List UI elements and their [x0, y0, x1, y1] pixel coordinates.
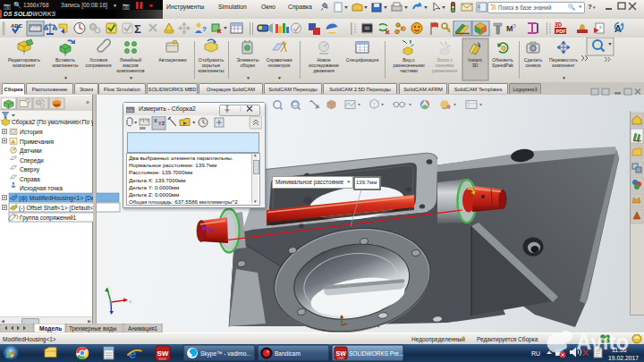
svg-text:YZ: YZ — [158, 121, 165, 126]
svg-text:Сверху: Сверху — [20, 166, 40, 173]
svg-text:Сборка2 (По умолчанию<По у: Сборка2 (По умолчанию<По у — [12, 119, 95, 126]
svg-text:X: X — [154, 118, 157, 123]
svg-text:SW: SW — [336, 350, 347, 357]
svg-text:Σ: Σ — [134, 22, 141, 36]
svg-text:2005: 2005 — [158, 357, 167, 361]
svg-text:Исходная точка: Исходная точка — [20, 185, 63, 192]
svg-text:Skype™ - vadimo...: Skype™ - vadimo... — [200, 350, 251, 358]
svg-text:Avito: Avito — [576, 330, 629, 354]
svg-text:2005: 2005 — [337, 357, 344, 360]
svg-text:SOLIDWORKS Pre...: SOLIDWORKS Pre... — [349, 350, 404, 357]
svg-text:3D: 3D — [555, 21, 563, 28]
svg-text:Спереди: Спереди — [20, 157, 44, 164]
svg-text:Группа сопряжений1: Группа сопряжений1 — [20, 215, 77, 222]
svg-text:История: История — [20, 129, 43, 136]
svg-text:Датчики: Датчики — [20, 147, 42, 155]
svg-text:A: A — [12, 139, 16, 145]
svg-text:Модель: Модель — [39, 325, 62, 333]
svg-text:Bandicam: Bandicam — [275, 350, 301, 357]
svg-text:Трехмерные виды: Трехмерные виды — [69, 325, 117, 333]
svg-text:?: ? — [202, 25, 207, 33]
svg-text:x: x — [129, 299, 131, 304]
svg-text:PDF: PDF — [556, 29, 567, 34]
svg-text:Справа: Справа — [20, 176, 40, 183]
svg-text:Примечания: Примечания — [20, 139, 54, 146]
svg-text:?: ? — [513, 23, 516, 29]
svg-text:(-) Offset Shaft<1> (Default<: (-) Offset Shaft<1> (Default< — [19, 205, 93, 212]
svg-text:мм: мм — [140, 126, 146, 130]
svg-text:Анимация1: Анимация1 — [128, 325, 158, 333]
svg-text:≡: ≡ — [599, 24, 602, 29]
svg-text:(ф) ModifiedHousing<1> (De: (ф) ModifiedHousing<1> (De — [19, 195, 95, 202]
